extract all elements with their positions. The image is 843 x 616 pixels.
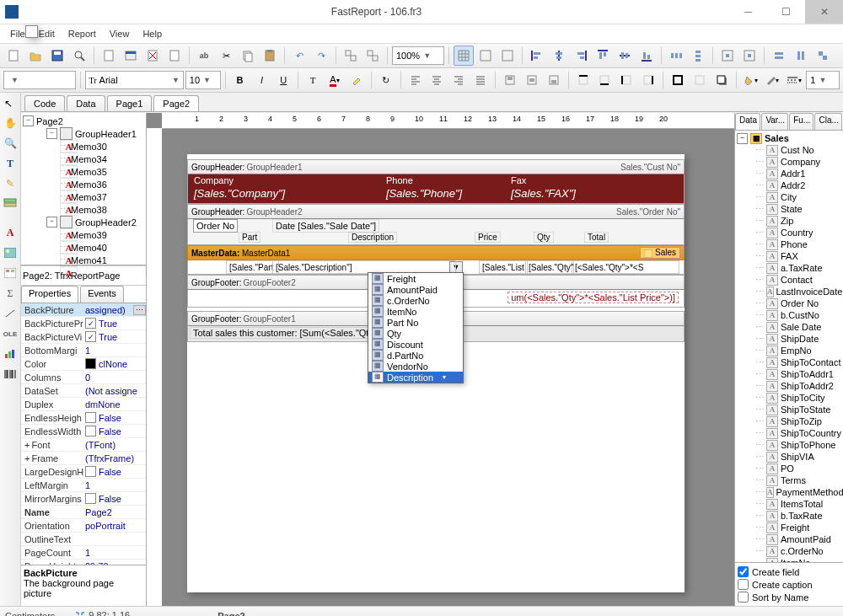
page-dialog-button[interactable]: [121, 46, 141, 66]
data-field[interactable]: ⋯AAmountPaid: [737, 533, 841, 545]
data-field[interactable]: ⋯Ac.OrderNo: [737, 545, 841, 557]
frame-style-button[interactable]: ▾: [784, 70, 804, 90]
grid-button[interactable]: [454, 46, 474, 66]
data-field[interactable]: ⋯AShipDate: [737, 333, 841, 345]
memo-col-price[interactable]: Price: [475, 232, 501, 243]
open-button[interactable]: [25, 46, 46, 66]
hand-tool[interactable]: ✋: [2, 115, 19, 131]
highlight-button[interactable]: [346, 70, 367, 90]
memo-cell[interactable]: [Sales."List: [479, 260, 528, 274]
tree-node[interactable]: ⋯AMemo34: [23, 153, 144, 165]
data-field[interactable]: ⋯AAddr2: [737, 179, 841, 191]
tab-code[interactable]: Code: [24, 95, 65, 111]
font-combo[interactable]: TrArial▼: [85, 71, 184, 89]
property-row[interactable]: ColorclNone: [21, 357, 146, 371]
data-field[interactable]: ⋯AEmpNo: [737, 345, 841, 356]
chart-tool[interactable]: [2, 345, 19, 362]
zoom-combo[interactable]: 100%▼: [392, 46, 444, 65]
halign-left-button[interactable]: [405, 70, 426, 90]
align-right-button[interactable]: [571, 46, 591, 66]
data-field[interactable]: ⋯AShipToContact: [737, 356, 841, 368]
paste-button[interactable]: [260, 46, 280, 66]
frame-right-button[interactable]: [638, 70, 658, 90]
same-size-button[interactable]: [813, 46, 833, 66]
zoom-tool[interactable]: 🔍: [2, 135, 19, 152]
tree-node[interactable]: ⋯AMemo37: [23, 190, 144, 203]
group-button[interactable]: [341, 46, 361, 66]
memo-fax-value[interactable]: [Sales."FAX"]: [508, 187, 578, 200]
fill-color-button[interactable]: ▾: [741, 70, 761, 90]
frame-top-button[interactable]: [573, 70, 593, 90]
pointer-tool[interactable]: ↖: [0, 95, 17, 112]
subreport-tool[interactable]: [2, 265, 19, 281]
tree-node[interactable]: −GroupHeader2: [23, 216, 144, 228]
memo-phone-label[interactable]: Phone: [384, 175, 416, 185]
events-tab[interactable]: Events: [80, 286, 124, 303]
data-field[interactable]: ⋯AShipToPhone: [737, 439, 841, 451]
data-field[interactable]: ⋯AAddr1: [737, 168, 841, 179]
tab-data[interactable]: Data: [67, 95, 105, 111]
frame-width-combo[interactable]: 1▼: [806, 71, 840, 89]
cut-button[interactable]: ✂: [216, 46, 236, 66]
data-field[interactable]: ⋯AState: [737, 203, 841, 215]
data-field[interactable]: ⋯AFreight: [737, 522, 841, 533]
redo-button[interactable]: ↷: [311, 46, 331, 66]
data-field[interactable]: ⋯APaymentMethod: [737, 486, 841, 498]
memo-col-qty[interactable]: Qty: [534, 232, 554, 243]
data-field[interactable]: ⋯AShipToZip: [737, 415, 841, 427]
properties-tab[interactable]: Properties: [21, 286, 78, 303]
data-field[interactable]: ⋯AShipToAddr1: [737, 368, 841, 380]
tree-node[interactable]: ⋯AMemo38: [23, 203, 144, 216]
data-field[interactable]: ⋯ATerms: [737, 474, 841, 486]
tab-page1[interactable]: Page1: [107, 95, 153, 111]
data-field[interactable]: ⋯APO: [737, 463, 841, 474]
property-row[interactable]: PageCount1: [21, 546, 146, 560]
data-field[interactable]: ⋯ACompany: [737, 156, 841, 168]
rtab-funcs[interactable]: Fu...: [789, 113, 813, 130]
page-settings-button[interactable]: [164, 46, 185, 66]
align-top-button[interactable]: [593, 46, 613, 66]
shape-tool[interactable]: [2, 305, 19, 322]
object-tree[interactable]: −Page2−GroupHeader1⋯AMemo30⋯AMemo34⋯AMem…: [21, 113, 146, 265]
preview-button[interactable]: [69, 46, 89, 66]
dropdown-item[interactable]: ▦Freight: [368, 273, 463, 284]
space-h-button[interactable]: [666, 46, 686, 66]
tree-node[interactable]: ⋯AMemo40: [23, 241, 144, 254]
dropdown-item[interactable]: ▦c.OrderNo: [368, 295, 463, 306]
space-v-button[interactable]: [688, 46, 708, 66]
ole-tool[interactable]: OLE: [2, 325, 19, 342]
menu-help[interactable]: Help: [136, 27, 169, 40]
memo-phone-value[interactable]: [Sales."Phone"]: [384, 187, 464, 200]
tree-node[interactable]: ⋯AMemo36: [23, 178, 144, 190]
style-combo[interactable]: ▼: [3, 71, 76, 89]
copy-button[interactable]: [238, 46, 258, 66]
data-field[interactable]: ⋯AZip: [737, 215, 841, 227]
font-settings-button[interactable]: T: [303, 70, 323, 90]
picture-tool[interactable]: [2, 244, 19, 261]
property-row[interactable]: OutlineText: [21, 533, 146, 546]
frame-shadow-button[interactable]: [711, 70, 732, 90]
memo-col-desc[interactable]: Description: [348, 232, 397, 243]
ungroup-button[interactable]: [362, 46, 383, 66]
property-row[interactable]: EndlessHeighFalse: [21, 411, 146, 425]
data-field[interactable]: ⋯AShipToState: [737, 404, 841, 415]
memo-orderno[interactable]: Order No: [193, 219, 238, 233]
memo-fax-label[interactable]: Fax: [508, 175, 529, 185]
data-field[interactable]: ⋯Ab.CustNo: [737, 309, 841, 321]
data-field[interactable]: ⋯AShipToCity: [737, 392, 841, 404]
page-add-button[interactable]: [99, 46, 119, 66]
dropdown-item[interactable]: ▦VendorNo: [368, 361, 463, 372]
memo-company-label[interactable]: Company: [191, 175, 236, 185]
memo-col-total[interactable]: Total: [584, 232, 609, 243]
memo-company-value[interactable]: [Sales."Company"]: [191, 187, 287, 200]
property-row[interactable]: Columns0: [21, 371, 146, 384]
property-row[interactable]: MirrorMarginsFalse: [21, 492, 146, 506]
align-left-button[interactable]: [527, 46, 547, 66]
dropdown-item[interactable]: ▦Qty: [368, 328, 463, 339]
dropdown-item[interactable]: ▦Part No: [368, 317, 463, 328]
rtab-vars[interactable]: Var...: [761, 113, 788, 130]
fontsize-combo[interactable]: 10▼: [185, 71, 221, 89]
property-row[interactable]: BackPicturePr✓True: [21, 317, 146, 330]
center-v-button[interactable]: [739, 46, 760, 66]
underline-button[interactable]: U: [273, 70, 293, 90]
